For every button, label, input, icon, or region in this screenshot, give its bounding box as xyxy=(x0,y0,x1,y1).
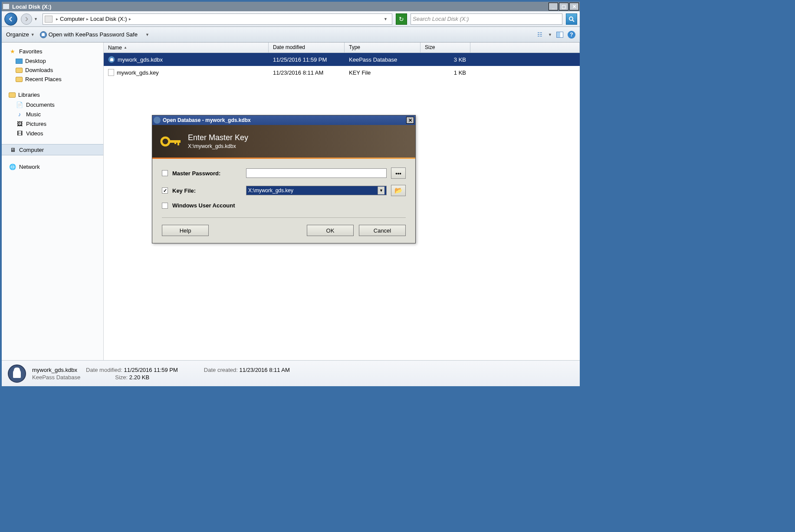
dropdown-icon: ▼ xyxy=(145,33,149,37)
search-button[interactable] xyxy=(566,13,577,25)
folder-open-icon: 📂 xyxy=(394,187,403,194)
banner-subtitle: X:\mywork_gds.kdbx xyxy=(188,143,248,149)
sidebar-item-videos[interactable]: 🎞Videos xyxy=(2,128,103,138)
help-icon[interactable]: ? xyxy=(568,31,575,39)
videos-icon: 🎞 xyxy=(16,130,23,137)
open-with-button[interactable]: Open with KeePass Password Safe ▼ xyxy=(40,31,149,38)
svg-point-0 xyxy=(569,17,573,20)
sidebar-item-documents[interactable]: 📄Documents xyxy=(2,100,103,109)
breadcrumb-computer[interactable]: Computer xyxy=(60,16,85,22)
file-row[interactable]: mywork_gds.kdbx 11/25/2016 11:59 PM KeeP… xyxy=(104,53,580,66)
toolbar: Organize ▼ Open with KeePass Password Sa… xyxy=(2,27,580,43)
key-file-label: Key File: xyxy=(172,187,242,194)
help-button[interactable]: Help xyxy=(162,225,209,236)
computer-icon: 🖥 xyxy=(9,146,16,153)
column-type[interactable]: Type xyxy=(345,43,420,53)
star-icon: ★ xyxy=(9,48,16,55)
breadcrumb-separator-icon: ▸ xyxy=(86,16,89,21)
organize-menu[interactable]: Organize ▼ xyxy=(6,31,35,38)
pictures-icon: 🖼 xyxy=(16,120,23,127)
svg-line-1 xyxy=(572,20,574,22)
svg-rect-4 xyxy=(177,140,179,145)
browse-key-file-button[interactable]: 📂 xyxy=(391,185,406,196)
banner-title: Enter Master Key xyxy=(188,133,248,142)
key-icon xyxy=(160,133,182,150)
column-size[interactable]: Size xyxy=(420,43,470,53)
downloads-icon xyxy=(16,68,23,73)
sidebar-item-network[interactable]: 🌐 Network xyxy=(2,161,103,172)
keepass-file-icon xyxy=(108,56,115,63)
svg-rect-5 xyxy=(174,140,176,144)
sidebar-item-pictures[interactable]: 🖼Pictures xyxy=(2,119,103,128)
desktop-icon xyxy=(16,59,23,64)
titlebar: Local Disk (X:) _ ▢ ✕ xyxy=(2,2,580,11)
maximize-button[interactable]: ▢ xyxy=(559,3,568,10)
column-spacer xyxy=(470,43,580,53)
forward-button[interactable] xyxy=(21,13,32,25)
sidebar-item-music[interactable]: ♪Music xyxy=(2,109,103,119)
breadcrumb-separator-icon: ▸ xyxy=(56,16,58,21)
keepass-large-icon xyxy=(8,365,26,383)
keepass-icon xyxy=(40,31,47,38)
sidebar-item-desktop[interactable]: Desktop xyxy=(2,56,103,66)
master-password-checkbox[interactable] xyxy=(162,170,168,176)
refresh-button[interactable]: ↻ xyxy=(396,13,407,25)
network-icon: 🌐 xyxy=(9,163,16,170)
windows-account-label: Windows User Account xyxy=(172,202,235,209)
details-filetype: KeePass Database xyxy=(32,374,80,381)
libraries-label: Libraries xyxy=(18,92,40,98)
ok-button[interactable]: OK xyxy=(307,225,354,236)
favorites-label: Favorites xyxy=(19,48,42,55)
search-placeholder: Search Local Disk (X:) xyxy=(413,16,469,22)
organize-label: Organize xyxy=(6,31,29,38)
breadcrumb-current[interactable]: Local Disk (X:) xyxy=(90,16,127,22)
favorites-header[interactable]: ★ Favorites xyxy=(2,46,103,56)
minimize-button[interactable]: _ xyxy=(549,3,558,10)
address-bar[interactable]: ▸ Computer ▸ Local Disk (X:) ▸ ▼ xyxy=(43,13,392,25)
documents-icon: 📄 xyxy=(16,101,23,108)
dialog-title: Open Database - mywork_gds.kdbx xyxy=(163,117,251,123)
show-password-button[interactable]: ••• xyxy=(391,167,406,179)
column-date[interactable]: Date modified xyxy=(269,43,345,53)
sort-asc-icon: ▲ xyxy=(124,46,127,49)
view-dropdown-icon[interactable]: ▼ xyxy=(548,33,552,37)
recent-icon xyxy=(16,77,23,82)
column-headers: Name ▲ Date modified Type Size xyxy=(104,43,580,53)
key-file-checkbox[interactable]: ✓ xyxy=(162,187,168,194)
search-input[interactable]: Search Local Disk (X:) xyxy=(411,13,562,25)
combo-dropdown-icon[interactable]: ▼ xyxy=(378,187,384,194)
drive-icon xyxy=(3,3,10,10)
sidebar-item-computer[interactable]: 🖥 Computer xyxy=(2,144,103,155)
dropdown-icon: ▼ xyxy=(31,33,35,37)
details-filename: mywork_gds.kdbx xyxy=(32,367,77,373)
view-options-icon[interactable]: ☷ xyxy=(536,31,544,39)
music-icon: ♪ xyxy=(16,111,23,118)
column-name[interactable]: Name ▲ xyxy=(104,43,269,53)
details-pane: mywork_gds.kdbx Date modified: 11/25/201… xyxy=(2,360,580,386)
master-password-label: Master Password: xyxy=(172,170,242,177)
libraries-icon xyxy=(9,92,16,98)
navigation-pane: ★ Favorites Desktop Downloads Recent Pla… xyxy=(2,43,104,360)
libraries-header[interactable]: Libraries xyxy=(2,90,103,100)
close-button[interactable]: ✕ xyxy=(569,3,579,10)
navigation-bar: ▼ ▸ Computer ▸ Local Disk (X:) ▸ ▼ ↻ Sea… xyxy=(2,11,580,27)
sidebar-item-recent[interactable]: Recent Places xyxy=(2,75,103,84)
master-password-input[interactable] xyxy=(246,168,387,178)
windows-account-checkbox[interactable] xyxy=(162,203,168,209)
open-with-label: Open with KeePass Password Safe xyxy=(49,31,138,38)
dialog-close-button[interactable]: ✕ xyxy=(406,117,414,124)
sidebar-item-downloads[interactable]: Downloads xyxy=(2,66,103,75)
cancel-button[interactable]: Cancel xyxy=(359,225,406,236)
dialog-separator xyxy=(162,217,406,218)
dialog-body: Master Password: ••• ✓ Key File: X:\mywo… xyxy=(152,159,415,243)
key-file-combo[interactable]: X:\mywork_gds.key ▼ xyxy=(246,186,387,195)
back-button[interactable] xyxy=(4,13,17,26)
dialog-banner: Enter Master Key X:\mywork_gds.kdbx xyxy=(152,125,415,158)
address-dropdown-icon[interactable]: ▼ xyxy=(381,17,390,21)
history-dropdown-icon[interactable]: ▼ xyxy=(34,17,39,21)
open-database-dialog: Open Database - mywork_gds.kdbx ✕ Enter … xyxy=(152,115,416,243)
drive-icon xyxy=(45,16,53,23)
preview-pane-icon[interactable] xyxy=(556,32,563,38)
file-row[interactable]: mywork_gds.key 11/23/2016 8:11 AM KEY Fi… xyxy=(104,66,580,79)
window-title: Local Disk (X:) xyxy=(12,3,549,10)
